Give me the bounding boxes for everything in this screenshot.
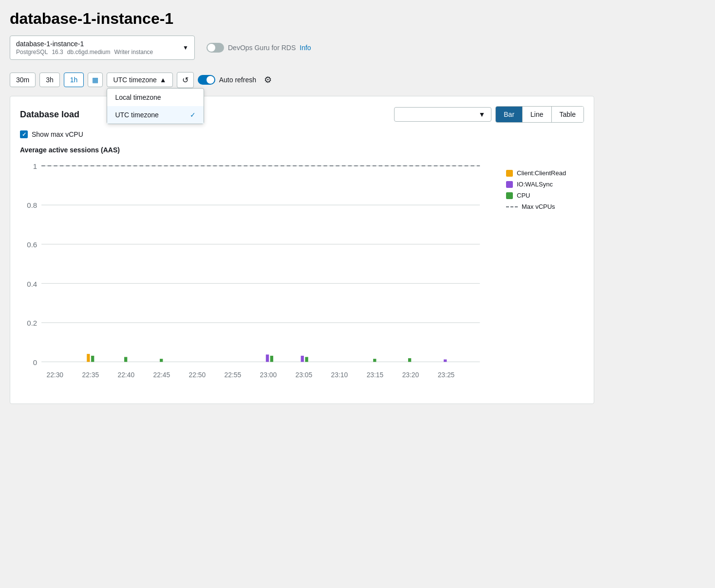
svg-text:23:20: 23:20 xyxy=(402,371,419,379)
svg-text:0: 0 xyxy=(33,358,37,367)
timezone-option-local[interactable]: Local timezone xyxy=(107,89,204,106)
svg-text:0.4: 0.4 xyxy=(27,280,37,288)
legend-color-io xyxy=(506,181,513,188)
legend-color-client xyxy=(506,170,513,177)
load-controls: ▼ Bar Line Table xyxy=(394,106,584,123)
legend-item-cpu: CPU xyxy=(506,192,584,199)
instance-selector-row: database-1-instance-1 PostgreSQL 16.3 db… xyxy=(10,36,594,60)
devops-guru-label: DevOps Guru for RDS xyxy=(228,44,296,52)
engine: PostgreSQL xyxy=(16,49,48,55)
chart-legend: Client:ClientRead IO:WALSync CPU Max vCP… xyxy=(506,160,584,394)
svg-text:0.8: 0.8 xyxy=(27,201,37,209)
legend-label-maxvcpu: Max vCPUs xyxy=(522,203,555,210)
timezone-label: UTC timezone xyxy=(113,76,156,84)
local-timezone-label: Local timezone xyxy=(115,93,161,101)
chart-title: Average active sessions (AAS) xyxy=(20,146,584,154)
timezone-arrow-icon: ▲ xyxy=(160,76,167,84)
database-load-title: Database load xyxy=(20,110,79,120)
legend-label-io: IO:WALSync xyxy=(517,181,553,188)
svg-text:22:40: 22:40 xyxy=(118,371,135,379)
instance-dropdown[interactable]: database-1-instance-1 PostgreSQL 16.3 db… xyxy=(10,36,195,60)
role: Writer instance xyxy=(114,49,153,55)
chart-container: 1 0.8 0.6 0.4 0.2 0 xyxy=(20,160,584,394)
svg-text:23:25: 23:25 xyxy=(438,371,455,379)
auto-refresh-label: Auto refresh xyxy=(219,76,256,84)
check-mark-icon: ✓ xyxy=(190,111,196,119)
svg-text:22:45: 22:45 xyxy=(153,371,170,379)
svg-text:22:50: 22:50 xyxy=(189,371,206,379)
version: 16.3 xyxy=(52,49,63,55)
info-link[interactable]: Info xyxy=(300,44,311,52)
svg-rect-29 xyxy=(266,354,269,362)
timezone-dropdown-container: UTC timezone ▲ Local timezone UTC timezo… xyxy=(107,73,172,87)
view-btn-group: Bar Line Table xyxy=(495,106,584,123)
time-btn-3h[interactable]: 3h xyxy=(39,73,60,87)
chart-main: 1 0.8 0.6 0.4 0.2 0 xyxy=(20,160,498,394)
svg-text:23:15: 23:15 xyxy=(367,371,384,379)
svg-text:22:30: 22:30 xyxy=(46,371,63,379)
svg-text:22:35: 22:35 xyxy=(82,371,99,379)
svg-rect-25 xyxy=(87,354,90,362)
legend-dashed-maxvcpu xyxy=(506,206,518,207)
main-container: database-1-instance-1 database-1-instanc… xyxy=(10,10,594,404)
devops-guru-row: DevOps Guru for RDS Info xyxy=(207,43,311,53)
instance-class: db.c6gd.medium xyxy=(67,49,111,55)
view-btn-bar[interactable]: Bar xyxy=(496,107,523,122)
svg-text:23:05: 23:05 xyxy=(296,371,313,379)
auto-refresh-toggle[interactable] xyxy=(198,75,215,85)
dropdown-arrow-icon: ▼ xyxy=(183,44,188,51)
legend-label-cpu: CPU xyxy=(517,192,530,199)
svg-rect-31 xyxy=(301,356,304,362)
calendar-btn[interactable]: ▦ xyxy=(88,73,103,87)
timezone-dropdown-btn[interactable]: UTC timezone ▲ xyxy=(107,73,172,87)
svg-text:22:55: 22:55 xyxy=(225,371,242,379)
svg-rect-28 xyxy=(160,359,163,362)
load-dropdown[interactable]: ▼ xyxy=(394,107,491,122)
legend-item-client: Client:ClientRead xyxy=(506,169,584,177)
svg-rect-32 xyxy=(305,357,308,362)
svg-text:0.2: 0.2 xyxy=(27,319,37,327)
show-max-vcpu-label: Show max vCPU xyxy=(32,130,83,138)
svg-text:1: 1 xyxy=(33,162,37,170)
instance-dropdown-content: database-1-instance-1 PostgreSQL 16.3 db… xyxy=(16,40,153,55)
timezone-dropdown-menu: Local timezone UTC timezone ✓ xyxy=(107,88,204,124)
svg-text:23:10: 23:10 xyxy=(331,371,348,379)
time-btn-30m[interactable]: 30m xyxy=(10,73,36,87)
instance-meta: PostgreSQL 16.3 db.c6gd.medium Writer in… xyxy=(16,49,153,55)
chart-svg: 1 0.8 0.6 0.4 0.2 0 xyxy=(20,160,498,392)
calendar-icon: ▦ xyxy=(92,76,98,84)
svg-rect-30 xyxy=(270,356,273,362)
load-dropdown-arrow: ▼ xyxy=(478,110,485,118)
page-title: database-1-instance-1 xyxy=(10,10,594,28)
legend-item-maxvcpu: Max vCPUs xyxy=(506,203,584,210)
instance-name: database-1-instance-1 xyxy=(16,40,153,48)
svg-rect-35 xyxy=(444,359,447,362)
devops-guru-toggle[interactable] xyxy=(207,43,224,53)
svg-text:23:00: 23:00 xyxy=(260,371,277,379)
view-btn-table[interactable]: Table xyxy=(552,107,583,122)
gear-button[interactable]: ⚙ xyxy=(260,72,276,88)
chart-section: Average active sessions (AAS) 1 0.8 0.6 … xyxy=(20,146,584,394)
show-max-row: Show max vCPU xyxy=(20,130,584,138)
refresh-button[interactable]: ↺ xyxy=(177,72,194,88)
svg-rect-34 xyxy=(408,358,411,362)
svg-rect-33 xyxy=(373,359,376,362)
utc-timezone-label: UTC timezone xyxy=(115,111,158,119)
show-max-vcpu-checkbox[interactable] xyxy=(20,130,28,138)
legend-label-client: Client:ClientRead xyxy=(517,169,566,177)
svg-rect-26 xyxy=(91,356,94,362)
content-area: Database load ▼ Bar Line Table Show max … xyxy=(10,96,594,404)
svg-rect-27 xyxy=(124,357,127,362)
svg-text:0.6: 0.6 xyxy=(27,240,37,249)
timezone-option-utc[interactable]: UTC timezone ✓ xyxy=(107,106,204,124)
view-btn-line[interactable]: Line xyxy=(523,107,551,122)
time-btn-1h[interactable]: 1h xyxy=(64,73,84,87)
legend-color-cpu xyxy=(506,192,513,199)
legend-item-io: IO:WALSync xyxy=(506,181,584,188)
database-load-header: Database load ▼ Bar Line Table xyxy=(20,106,584,123)
toolbar-row: 30m 3h 1h ▦ UTC timezone ▲ Local timezon… xyxy=(10,68,594,92)
